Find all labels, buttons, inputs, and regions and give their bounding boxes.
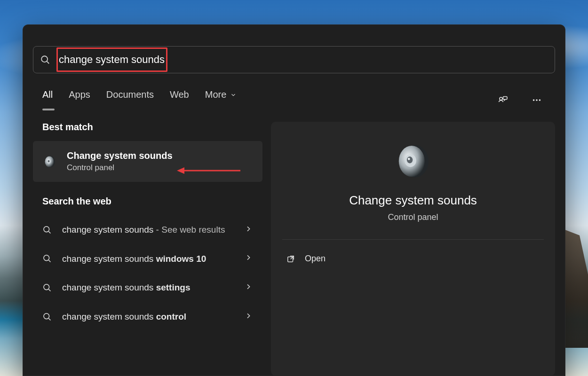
search-icon bbox=[41, 254, 53, 263]
search-web-heading: Search the web bbox=[33, 196, 262, 215]
svg-point-22 bbox=[407, 157, 413, 163]
detail-subtitle: Control panel bbox=[282, 212, 544, 222]
speaker-icon bbox=[282, 141, 544, 182]
open-action[interactable]: Open bbox=[282, 245, 544, 272]
open-action-label: Open bbox=[305, 254, 326, 264]
svg-point-2 bbox=[500, 97, 502, 100]
tab-more[interactable]: More bbox=[205, 89, 237, 110]
start-search-panel: All Apps Documents Web More Best match bbox=[23, 24, 565, 376]
tab-apps[interactable]: Apps bbox=[69, 89, 90, 110]
chevron-right-icon bbox=[245, 283, 252, 292]
best-match-result[interactable]: Change system sounds Control panel bbox=[33, 141, 262, 182]
svg-point-0 bbox=[41, 56, 48, 62]
ellipsis-icon bbox=[532, 95, 542, 105]
tab-web[interactable]: Web bbox=[170, 89, 189, 110]
chevron-right-icon bbox=[245, 254, 252, 263]
web-result[interactable]: change system sounds control bbox=[33, 302, 262, 331]
results-left-column: Best match Change system sounds bbox=[33, 122, 262, 376]
svg-line-1 bbox=[47, 62, 49, 64]
chevron-right-icon bbox=[245, 225, 252, 235]
svg-line-12 bbox=[48, 231, 50, 233]
best-match-text: Change system sounds Control panel bbox=[67, 150, 173, 172]
svg-point-23 bbox=[408, 158, 410, 160]
web-result-text: change system sounds - See web results bbox=[62, 224, 235, 236]
svg-line-16 bbox=[48, 289, 50, 291]
svg-point-11 bbox=[44, 227, 49, 232]
feedback-icon bbox=[497, 94, 509, 106]
chevron-down-icon bbox=[230, 92, 237, 98]
svg-line-18 bbox=[48, 318, 50, 320]
chevron-right-icon bbox=[245, 312, 252, 321]
results-content: Best match Change system sounds bbox=[23, 110, 565, 376]
svg-point-13 bbox=[44, 255, 49, 261]
svg-point-17 bbox=[44, 313, 49, 319]
search-icon bbox=[41, 225, 53, 235]
divider bbox=[282, 239, 544, 240]
search-input[interactable] bbox=[57, 53, 548, 67]
web-results-list: change system sounds - See web results c… bbox=[33, 215, 262, 331]
web-result-text: change system sounds windows 10 bbox=[62, 253, 235, 265]
web-result-text: change system sounds control bbox=[62, 311, 235, 323]
svg-point-6 bbox=[539, 99, 541, 101]
svg-point-4 bbox=[533, 99, 535, 101]
web-result[interactable]: change system sounds settings bbox=[33, 273, 262, 302]
search-bar[interactable] bbox=[33, 46, 555, 73]
svg-point-5 bbox=[536, 99, 538, 101]
search-bar-container bbox=[23, 24, 565, 73]
detail-title: Change system sounds bbox=[282, 193, 544, 208]
open-icon bbox=[286, 254, 295, 264]
best-match-heading: Best match bbox=[33, 122, 262, 141]
svg-point-10 bbox=[48, 160, 50, 162]
web-result[interactable]: change system sounds - See web results bbox=[33, 215, 262, 244]
web-result[interactable]: change system sounds windows 10 bbox=[33, 244, 262, 274]
svg-rect-3 bbox=[503, 96, 508, 99]
search-icon bbox=[41, 283, 53, 292]
speaker-icon bbox=[41, 153, 58, 170]
search-icon bbox=[40, 55, 50, 65]
web-result-text: change system sounds settings bbox=[62, 282, 235, 294]
tab-all[interactable]: All bbox=[42, 89, 53, 110]
tab-documents[interactable]: Documents bbox=[106, 89, 154, 110]
filter-tabs: All Apps Documents Web More bbox=[23, 73, 565, 110]
svg-line-14 bbox=[48, 260, 50, 262]
more-options-button[interactable] bbox=[528, 91, 546, 109]
search-icon bbox=[41, 312, 53, 321]
svg-point-15 bbox=[44, 284, 49, 290]
feedback-button[interactable] bbox=[494, 91, 512, 109]
best-match-subtitle: Control panel bbox=[67, 163, 173, 172]
best-match-title: Change system sounds bbox=[67, 150, 173, 161]
tab-more-label: More bbox=[205, 89, 227, 100]
detail-pane: Change system sounds Control panel Open bbox=[271, 122, 555, 376]
